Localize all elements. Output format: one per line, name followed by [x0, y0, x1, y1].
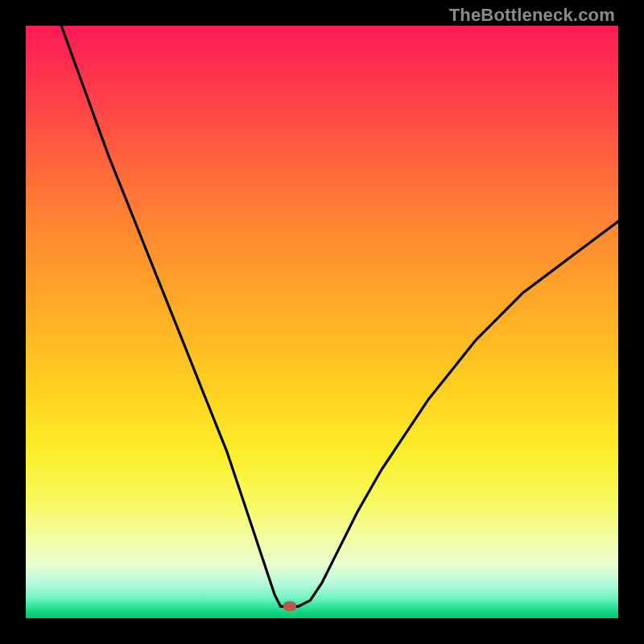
- chart-frame: TheBottleneck.com: [0, 0, 644, 644]
- optimal-point-marker: [283, 601, 296, 611]
- curve-path: [61, 26, 618, 606]
- watermark-text: TheBottleneck.com: [449, 5, 615, 26]
- plot-area: [26, 26, 618, 618]
- bottleneck-curve: [26, 26, 618, 618]
